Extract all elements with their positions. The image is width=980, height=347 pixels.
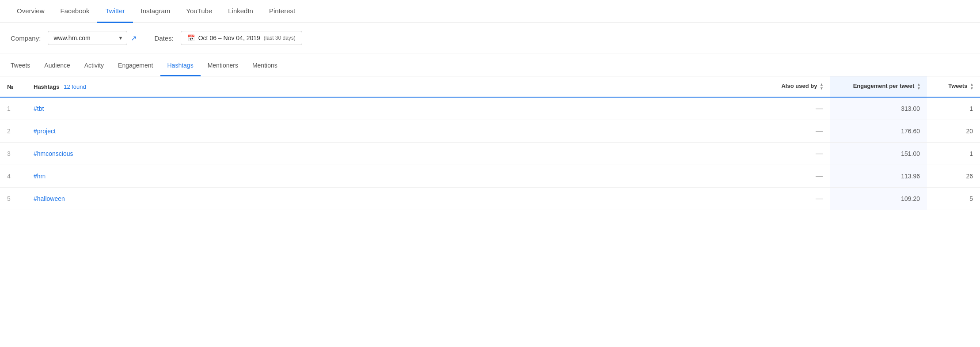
cell-no: 1 <box>0 97 27 120</box>
hashtag-link[interactable]: #tbt <box>34 105 44 112</box>
dates-label: Dates: <box>154 34 173 42</box>
company-select-container: www.hm.com <box>48 31 127 45</box>
cell-engagement: 313.00 <box>830 97 927 120</box>
top-navigation: OverviewFacebookTwitterInstagramYouTubeL… <box>0 0 980 23</box>
cell-tweets: 1 <box>927 143 980 165</box>
cell-tweets: 5 <box>927 188 980 210</box>
sub-nav-item-tweets[interactable]: Tweets <box>11 55 37 76</box>
cell-also-used-by: — <box>750 143 830 165</box>
cell-engagement: 113.96 <box>830 165 927 188</box>
sub-nav-item-mentioners[interactable]: Mentioners <box>201 55 245 76</box>
col-header-also-used-by[interactable]: Also used by ▴▾ <box>750 76 830 97</box>
last-days-badge: (last 30 days) <box>264 35 296 41</box>
company-select-wrapper: www.hm.com ↗ <box>48 31 137 45</box>
top-nav-item-overview[interactable]: Overview <box>9 0 53 23</box>
cell-engagement: 176.60 <box>830 120 927 143</box>
sort-arrows-tweets: ▴▾ <box>971 83 973 91</box>
sub-nav-item-activity[interactable]: Activity <box>77 55 111 76</box>
cell-hashtag: #project <box>27 120 750 143</box>
cell-tweets: 26 <box>927 165 980 188</box>
external-link-icon[interactable]: ↗ <box>131 34 137 42</box>
company-select[interactable]: www.hm.com <box>48 31 127 45</box>
cell-hashtag: #halloween <box>27 188 750 210</box>
table-body: 1 #tbt — 313.00 1 2 #project — 176.60 20… <box>0 97 980 210</box>
cell-no: 2 <box>0 120 27 143</box>
top-nav-item-twitter[interactable]: Twitter <box>97 0 133 23</box>
top-nav-item-pinterest[interactable]: Pinterest <box>261 0 303 23</box>
sub-nav-item-hashtags[interactable]: Hashtags <box>160 55 201 76</box>
cell-hashtag: #hm <box>27 165 750 188</box>
col-header-hashtags: Hashtags 12 found <box>27 76 750 97</box>
cell-no: 4 <box>0 165 27 188</box>
toolbar: Company: www.hm.com ↗ Dates: 📅 Oct 06 – … <box>0 23 980 53</box>
sub-nav-item-audience[interactable]: Audience <box>37 55 77 76</box>
table-header-row: № Hashtags 12 found Also used by ▴▾ Enga… <box>0 76 980 97</box>
calendar-icon: 📅 <box>187 34 195 41</box>
cell-engagement: 109.20 <box>830 188 927 210</box>
table-row: 3 #hmconscious — 151.00 1 <box>0 143 980 165</box>
sort-arrows-engagement: ▴▾ <box>918 83 920 91</box>
cell-no: 5 <box>0 188 27 210</box>
cell-engagement: 151.00 <box>830 143 927 165</box>
hashtags-table-area: № Hashtags 12 found Also used by ▴▾ Enga… <box>0 76 980 210</box>
sub-navigation: TweetsAudienceActivityEngagementHashtags… <box>0 55 980 76</box>
cell-tweets: 20 <box>927 120 980 143</box>
cell-also-used-by: — <box>750 97 830 120</box>
cell-also-used-by: — <box>750 165 830 188</box>
top-nav-item-facebook[interactable]: Facebook <box>53 0 98 23</box>
table-row: 1 #tbt — 313.00 1 <box>0 97 980 120</box>
cell-also-used-by: — <box>750 120 830 143</box>
hashtags-table: № Hashtags 12 found Also used by ▴▾ Enga… <box>0 76 980 210</box>
date-range-text: Oct 06 – Nov 04, 2019 <box>198 34 260 41</box>
col-header-no: № <box>0 76 27 97</box>
col-header-tweets[interactable]: Tweets ▴▾ <box>927 76 980 97</box>
sub-nav-item-mentions[interactable]: Mentions <box>245 55 285 76</box>
table-row: 5 #halloween — 109.20 5 <box>0 188 980 210</box>
top-nav-item-instagram[interactable]: Instagram <box>133 0 179 23</box>
hashtags-found-count: 12 found <box>64 83 86 90</box>
col-header-engagement[interactable]: Engagement per tweet ▴▾ <box>830 76 927 97</box>
cell-also-used-by: — <box>750 188 830 210</box>
date-range-button[interactable]: 📅 Oct 06 – Nov 04, 2019 (last 30 days) <box>181 31 302 45</box>
top-nav-item-linkedin[interactable]: LinkedIn <box>220 0 261 23</box>
hashtag-link[interactable]: #halloween <box>34 195 65 202</box>
cell-hashtag: #tbt <box>27 97 750 120</box>
sub-nav-item-engagement[interactable]: Engagement <box>111 55 160 76</box>
table-row: 4 #hm — 113.96 26 <box>0 165 980 188</box>
top-nav-item-youtube[interactable]: YouTube <box>178 0 220 23</box>
hashtag-link[interactable]: #hm <box>34 173 46 180</box>
hashtag-link[interactable]: #project <box>34 128 56 135</box>
hashtag-link[interactable]: #hmconscious <box>34 150 73 157</box>
table-row: 2 #project — 176.60 20 <box>0 120 980 143</box>
company-label: Company: <box>11 34 41 42</box>
sort-arrows-also-used-by: ▴▾ <box>820 83 823 91</box>
cell-no: 3 <box>0 143 27 165</box>
cell-tweets: 1 <box>927 97 980 120</box>
cell-hashtag: #hmconscious <box>27 143 750 165</box>
